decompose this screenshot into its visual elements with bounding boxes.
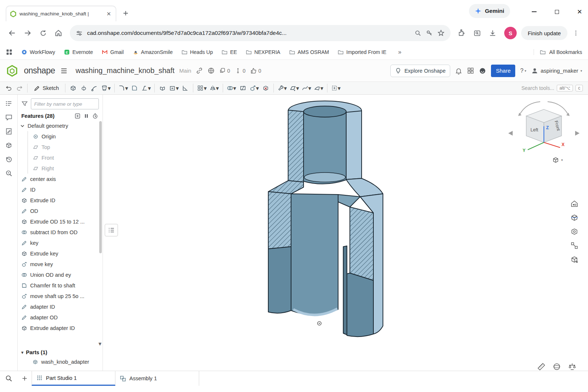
zoom-icon[interactable] [415,30,422,37]
onshape-logo[interactable] [6,65,18,77]
bookmark-heads-up[interactable]: Heads Up [182,49,213,55]
feature-chamfer-fit-to-shaft[interactable]: Chamfer fit to shaft [18,280,103,291]
feature-id[interactable]: ID [18,184,103,195]
measure-button[interactable] [536,361,547,371]
panel-scrollbar-thumb[interactable] [99,121,102,253]
rib-tool-button[interactable] [180,83,190,94]
draft-tool-button[interactable]: ▾ [140,83,152,94]
undo-button[interactable] [4,83,14,94]
notifications-bell-icon[interactable] [455,67,462,75]
select-tool-button[interactable]: ▾ [330,83,342,94]
transform-tool-button[interactable]: ▾ [248,83,260,94]
branch-label[interactable]: Main [179,68,191,74]
explore-panel-button[interactable] [5,170,12,177]
mass-properties-button[interactable] [567,361,578,371]
sweep-tool-button[interactable] [89,83,100,94]
passwords-key-icon[interactable] [426,30,433,37]
likes-count[interactable]: 0 [250,68,261,74]
feature-adapter-od[interactable]: adapter OD [18,312,103,323]
history-panel-button[interactable] [5,156,12,163]
section-view-button[interactable] [569,212,580,223]
public-globe-icon[interactable] [208,67,215,74]
hole-tool-button[interactable]: ▾ [168,83,180,94]
filter-icon[interactable] [21,101,28,107]
extrude-tool-button[interactable] [68,83,78,94]
shell-tool-button[interactable] [157,83,168,94]
search-tabs-button[interactable] [0,371,18,386]
loft-tool-button[interactable]: ▾ [100,83,112,94]
explore-onshape-button[interactable]: Explore Onshape [390,65,450,77]
forward-button[interactable] [21,26,35,40]
feature-right[interactable]: Right [28,163,103,174]
window-minimize-button[interactable] [529,8,539,15]
back-button[interactable] [5,26,19,40]
modify-tool-button[interactable]: ▾ [276,83,288,94]
forks-count[interactable]: 0 [235,68,245,74]
feature-extrude-id[interactable]: Extrude ID [18,195,103,206]
feature-list-flyout-button[interactable] [105,224,118,236]
rotate-left-arrow[interactable] [508,131,513,136]
bookmark-amazonsmile[interactable]: aAmazonSmile [133,49,173,55]
feature-top[interactable]: Top [28,142,103,152]
release-panel-button[interactable] [5,142,12,149]
mirror-tool-button[interactable]: ▾ [208,83,220,94]
bookmark-imported-from-ie[interactable]: Imported From IE [338,49,386,55]
finish-update-button[interactable]: Finish update [521,26,567,40]
window-close-button[interactable]: ✕ [575,8,584,15]
feature-union-od-and-ey[interactable]: Union OD and ey [18,269,103,280]
pause-updates-button[interactable] [84,113,89,119]
profile-avatar[interactable]: S [504,27,517,39]
bookmark-evernote[interactable]: EEvernote [64,49,93,55]
shaded-view-button[interactable] [551,361,562,371]
downloads-icon[interactable] [486,26,500,40]
feature-default-geometry[interactable]: Default geometry [18,120,103,131]
window-maximize-button[interactable] [552,8,562,15]
hamburger-menu-icon[interactable] [60,67,68,75]
feature-od[interactable]: OD [18,206,103,216]
gemini-button[interactable]: Gemini [469,4,510,18]
part-wash-knob-adapter[interactable]: wash_knob_adapter [18,357,103,367]
tab-assembly-1[interactable]: Assembly 1 [115,371,199,386]
sketch-button[interactable]: Sketch [30,83,62,94]
exploded-view-button[interactable] [569,240,580,251]
home-button[interactable] [51,26,65,40]
new-tab-button[interactable] [122,10,129,17]
tab-part-studio-1[interactable]: Part Studio 1 [32,371,115,386]
link-icon[interactable] [196,67,203,74]
url-bar[interactable]: cad.onshape.com/documents/9f5e7d7a0c9ca1… [70,25,451,41]
browser-tab[interactable]: washing_machine_knob_shaft | ✕ [6,6,116,21]
extensions-icon[interactable] [455,26,469,40]
feature-move-key[interactable]: move key [18,259,103,269]
feature-subtract-id-from-od[interactable]: subtract ID from OD [18,227,103,237]
help-menu[interactable]: ? ▾ [520,68,526,74]
named-views-button[interactable] [569,226,580,237]
graphics-viewport[interactable]: Left Front Z X Y ▾ [103,95,588,371]
bookmark-workflowy[interactable]: WorkFlowy [21,49,55,55]
feature-list-panel-button[interactable] [5,100,12,107]
revolve-tool-button[interactable] [79,83,89,94]
pattern-tool-button[interactable]: ▾ [196,83,208,94]
document-title[interactable]: washing_machine_knob_shaft [76,66,175,75]
reload-button[interactable] [36,26,50,40]
feature-extrude-key[interactable]: Extrude key [18,248,103,259]
insert-feature-button[interactable] [75,113,80,119]
bookmarks-overflow-chevron[interactable]: » [398,49,401,55]
bookmark-ams-osram[interactable]: AMS OSRAM [289,49,329,55]
app-switcher-icon[interactable] [467,67,474,74]
site-controls-icon[interactable] [76,30,83,37]
chamfer-tool-button[interactable] [129,83,140,94]
appearance-panel-button[interactable] [569,254,580,265]
fillet-tool-button[interactable]: ▾ [117,83,129,94]
tab-close-icon[interactable]: ✕ [105,11,112,17]
filter-input[interactable] [31,98,99,109]
viewcube-left-label[interactable]: Left [531,127,538,133]
assistant-icon[interactable] [479,67,486,75]
split-tool-button[interactable] [238,83,248,94]
all-bookmarks-label[interactable]: All Bookmarks [549,49,582,55]
feature-origin[interactable]: Origin [28,131,103,142]
bookmark-ee[interactable]: EE [222,49,237,55]
curve-tool-button[interactable]: ▾ [301,83,312,94]
bookmark-star-icon[interactable] [437,29,445,37]
share-button[interactable]: Share [491,65,515,77]
feature-extrude-adapter-id[interactable]: Extrude adapter ID [18,323,103,333]
